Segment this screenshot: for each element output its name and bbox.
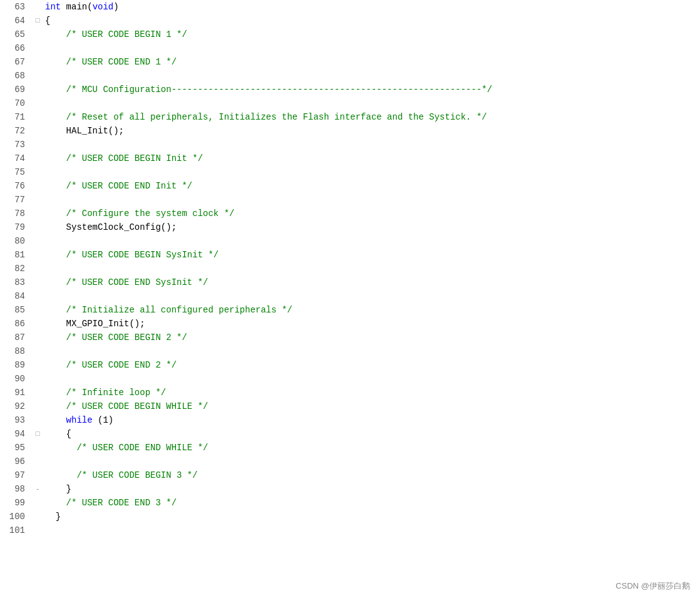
line-number: 71: [0, 110, 33, 124]
code-row: 77□: [0, 193, 700, 207]
code-row: 72□ HAL_Init();: [0, 124, 700, 138]
code-row: 98- }: [0, 482, 700, 496]
fold-marker[interactable]: □: [33, 427, 43, 441]
fold-marker[interactable]: □: [33, 14, 43, 28]
line-number: 83: [0, 276, 33, 289]
line-number: 64: [0, 14, 33, 28]
code-row: 92□ /* USER CODE BEGIN WHILE */: [0, 400, 700, 413]
code-row: 79□ SystemClock_Config();: [0, 220, 700, 234]
line-number: 69: [0, 83, 33, 96]
code-line-content: /* USER CODE BEGIN 1 */: [43, 28, 700, 41]
code-line-content: {: [43, 427, 700, 441]
line-number: 72: [0, 124, 33, 138]
code-line-content: /* Reset of all peripherals, Initializes…: [43, 110, 700, 124]
line-number: 88: [0, 344, 33, 358]
line-number: 73: [0, 138, 33, 152]
code-row: 84□: [0, 289, 700, 303]
code-line-content: HAL_Init();: [43, 124, 700, 138]
line-number: 66: [0, 41, 33, 55]
code-line-content: /* Initialize all configured peripherals…: [43, 303, 700, 317]
line-number: 92: [0, 400, 33, 413]
code-row: 64□{: [0, 14, 700, 28]
code-editor: 63□int main(void)64□{65□ /* USER CODE BE…: [0, 0, 700, 598]
line-number: 67: [0, 55, 33, 69]
line-number: 100: [0, 510, 33, 523]
line-number: 78: [0, 207, 33, 220]
line-number: 84: [0, 289, 33, 303]
code-line-content: [43, 289, 700, 303]
line-number: 91: [0, 386, 33, 400]
line-number: 99: [0, 496, 33, 510]
code-line-content: [43, 262, 700, 276]
code-line-content: /* USER CODE BEGIN SysInit */: [43, 248, 700, 262]
code-row: 101□: [0, 523, 700, 537]
code-line-content: [43, 69, 700, 83]
code-line-content: [43, 234, 700, 248]
code-row: 88□: [0, 344, 700, 358]
code-line-content: [43, 455, 700, 468]
code-row: 89□ /* USER CODE END 2 */: [0, 358, 700, 372]
code-line-content: int main(void): [43, 0, 700, 14]
code-line-content: SystemClock_Config();: [43, 220, 700, 234]
code-line-content: {: [43, 14, 700, 28]
line-number: 79: [0, 220, 33, 234]
line-number: 70: [0, 96, 33, 110]
code-row: 80□: [0, 234, 700, 248]
line-number: 94: [0, 427, 33, 441]
code-row: 90□: [0, 372, 700, 386]
code-line-content: [43, 138, 700, 152]
code-line-content: [43, 41, 700, 55]
line-number: 82: [0, 262, 33, 276]
code-line-content: }: [43, 510, 700, 523]
line-number: 101: [0, 523, 33, 537]
watermark: CSDN @伊丽莎白鹅: [615, 580, 690, 592]
line-number: 87: [0, 331, 33, 344]
code-line-content: /* USER CODE BEGIN 2 */: [43, 331, 700, 344]
code-line-content: while (1): [43, 413, 700, 427]
code-row: 63□int main(void): [0, 0, 700, 14]
code-row: 100□ }: [0, 510, 700, 523]
line-number: 68: [0, 69, 33, 83]
code-row: 86□ MX_GPIO_Init();: [0, 317, 700, 331]
line-number: 75: [0, 165, 33, 179]
code-line-content: /* USER CODE BEGIN Init */: [43, 152, 700, 165]
line-number: 81: [0, 248, 33, 262]
line-number: 65: [0, 28, 33, 41]
code-line-content: /* USER CODE BEGIN 3 */: [43, 468, 700, 482]
code-line-content: /* USER CODE END 3 */: [43, 496, 700, 510]
code-line-content: }: [43, 482, 700, 496]
code-row: 95□ /* USER CODE END WHILE */: [0, 441, 700, 455]
code-row: 83□ /* USER CODE END SysInit */: [0, 276, 700, 289]
code-line-content: /* USER CODE BEGIN WHILE */: [43, 400, 700, 413]
line-number: 93: [0, 413, 33, 427]
code-row: 65□ /* USER CODE BEGIN 1 */: [0, 28, 700, 41]
line-number: 95: [0, 441, 33, 455]
code-row: 99□ /* USER CODE END 3 */: [0, 496, 700, 510]
code-row: 69□ /* MCU Configuration----------------…: [0, 83, 700, 96]
code-line-content: [43, 344, 700, 358]
code-row: 81□ /* USER CODE BEGIN SysInit */: [0, 248, 700, 262]
code-line-content: /* Configure the system clock */: [43, 207, 700, 220]
code-line-content: /* USER CODE END 1 */: [43, 55, 700, 69]
fold-marker[interactable]: -: [33, 482, 43, 496]
line-number: 96: [0, 455, 33, 468]
code-row: 93□ while (1): [0, 413, 700, 427]
code-row: 82□: [0, 262, 700, 276]
line-number: 85: [0, 303, 33, 317]
line-number: 86: [0, 317, 33, 331]
code-row: 67□ /* USER CODE END 1 */: [0, 55, 700, 69]
line-number: 80: [0, 234, 33, 248]
code-line-content: /* Infinite loop */: [43, 386, 700, 400]
code-line-content: [43, 193, 700, 207]
code-row: 71□ /* Reset of all peripherals, Initial…: [0, 110, 700, 124]
line-number: 90: [0, 372, 33, 386]
line-number: 74: [0, 152, 33, 165]
line-number: 98: [0, 482, 33, 496]
code-row: 78□ /* Configure the system clock */: [0, 207, 700, 220]
code-row: 73□: [0, 138, 700, 152]
code-row: 94□ {: [0, 427, 700, 441]
code-line-content: [43, 372, 700, 386]
line-number: 76: [0, 179, 33, 193]
code-row: 75□: [0, 165, 700, 179]
code-row: 74□ /* USER CODE BEGIN Init */: [0, 152, 700, 165]
